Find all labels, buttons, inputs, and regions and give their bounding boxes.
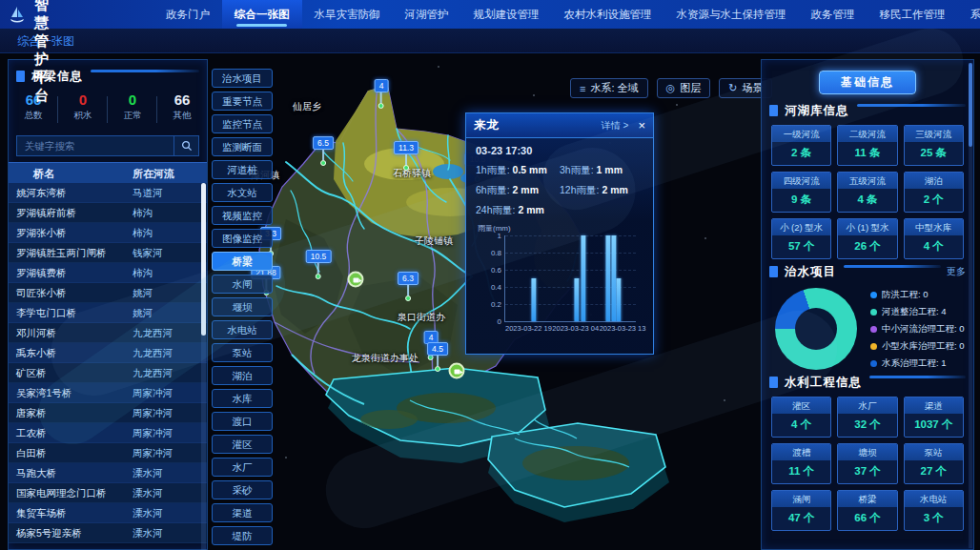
info-card[interactable]: 灌区4 个 bbox=[771, 397, 831, 438]
table-row[interactable]: 司匠张小桥姚河 bbox=[9, 283, 207, 303]
table-row[interactable]: 马跑大桥溧水河 bbox=[9, 463, 207, 483]
bridge-name-cell: 李学屯门口桥 bbox=[9, 303, 121, 322]
info-card[interactable]: 渠道1037 个 bbox=[904, 397, 964, 438]
popup-detail-link[interactable]: 详情 > bbox=[602, 119, 629, 132]
donut-legend: 防洪工程: 0河道整治工程: 4中小河流治理工程: 0小型水库治理工程: 0水系… bbox=[870, 289, 965, 370]
table-row[interactable]: 罗湖张小桥柿沟 bbox=[9, 223, 207, 243]
map-marker[interactable]: 6.5 bbox=[313, 136, 334, 166]
layer-item-5[interactable]: 河道桩 bbox=[212, 160, 273, 179]
legend-label: 小型水库治理工程: 0 bbox=[882, 340, 965, 353]
map-marker[interactable]: 4 bbox=[375, 79, 389, 109]
search-input[interactable]: 关键字搜索 bbox=[17, 136, 174, 155]
bridge-stat-3: 0正常 bbox=[108, 89, 157, 131]
layers-toggle[interactable]: ◎图层 bbox=[657, 78, 711, 98]
layer-item-16[interactable]: 渡口 bbox=[212, 412, 273, 431]
map-marker[interactable]: 6.3 bbox=[398, 272, 419, 301]
nav-item-6[interactable]: 农村水利设施管理 bbox=[552, 0, 664, 29]
layer-item-18[interactable]: 水厂 bbox=[212, 458, 273, 477]
info-card[interactable]: 桥梁66 个 bbox=[837, 490, 897, 531]
layer-item-3[interactable]: 监控节点 bbox=[212, 114, 273, 133]
info-card[interactable]: 水厂32 个 bbox=[837, 397, 897, 438]
info-card[interactable]: 渡槽11 个 bbox=[771, 443, 831, 484]
layer-item-9[interactable]: 桥梁 bbox=[212, 252, 273, 271]
info-card[interactable]: 四级河流9 条 bbox=[771, 172, 831, 213]
layer-item-6[interactable]: 水文站 bbox=[212, 183, 273, 202]
map-marker[interactable]: 10.5 bbox=[306, 250, 332, 279]
info-card[interactable]: 一级河流2 条 bbox=[771, 125, 831, 166]
info-card[interactable]: 中型水库4 个 bbox=[904, 218, 964, 259]
layer-item-11[interactable]: 堰坝 bbox=[212, 297, 273, 316]
layer-item-14[interactable]: 湖泊 bbox=[212, 366, 273, 385]
info-card[interactable]: 二级河流11 条 bbox=[837, 125, 897, 166]
camera-marker-icon[interactable] bbox=[348, 272, 364, 288]
water-system-filter[interactable]: ≡水系: 全域 bbox=[570, 78, 648, 98]
layer-item-7[interactable]: 视频监控 bbox=[212, 206, 273, 225]
table-row[interactable]: 李学屯门口桥姚河 bbox=[9, 303, 207, 323]
info-card[interactable]: 小 (2) 型水57 个 bbox=[771, 218, 831, 259]
table-row[interactable]: 国家电网理念门口桥溧水河 bbox=[9, 483, 207, 503]
nav-item-10[interactable]: 系统管理 bbox=[958, 0, 980, 29]
donut-chart bbox=[775, 288, 857, 370]
layer-item-8[interactable]: 图像监控 bbox=[212, 229, 273, 248]
info-card[interactable]: 三级河流25 条 bbox=[904, 125, 964, 166]
map-marker[interactable]: 11.3 bbox=[394, 141, 419, 171]
table-row[interactable]: 唐家桥周家冲河 bbox=[9, 403, 207, 423]
table-row[interactable]: 邓川河桥九龙西河 bbox=[9, 323, 207, 343]
basic-info-badge[interactable]: 基础信息 bbox=[819, 71, 916, 94]
layer-item-15[interactable]: 水库 bbox=[212, 389, 273, 408]
table-scrollbar[interactable] bbox=[201, 183, 206, 550]
layer-item-1[interactable]: 治水项目 bbox=[212, 69, 273, 88]
close-icon[interactable]: × bbox=[638, 119, 645, 132]
layer-item-13[interactable]: 泵站 bbox=[212, 343, 273, 362]
table-row[interactable]: 集贸车场桥溧水河 bbox=[9, 503, 207, 523]
table-row[interactable]: 罗湖镇费桥柿沟 bbox=[9, 263, 207, 283]
nav-item-8[interactable]: 政务管理 bbox=[799, 0, 868, 29]
info-card[interactable]: 涵闸47 个 bbox=[771, 490, 831, 531]
table-row[interactable]: 姚河东湾桥马道河 bbox=[9, 183, 207, 203]
layer-item-19[interactable]: 采砂 bbox=[212, 480, 273, 499]
nav-item-4[interactable]: 河湖管护 bbox=[393, 0, 461, 29]
table-row[interactable]: 罗湖镇胜玉两门闸桥钱家河 bbox=[9, 243, 207, 263]
info-card[interactable]: 湖泊2 个 bbox=[904, 172, 964, 213]
layer-item-10[interactable]: 水闸 bbox=[212, 275, 273, 294]
water-system-filter-label: 水系: 全域 bbox=[590, 81, 638, 95]
search-button[interactable] bbox=[174, 136, 198, 155]
nav-menu: 政务门户综合一张图水旱灾害防御河湖管护规划建设管理农村水利设施管理水资源与水土保… bbox=[153, 0, 980, 29]
nav-item-2[interactable]: 综合一张图 bbox=[222, 0, 302, 29]
nav-item-7[interactable]: 水资源与水土保持管理 bbox=[664, 0, 799, 29]
section-line bbox=[91, 70, 199, 72]
card-label: 涵闸 bbox=[772, 491, 830, 507]
table-scrollbar-thumb[interactable] bbox=[201, 183, 206, 336]
nav-item-9[interactable]: 移民工作管理 bbox=[868, 0, 958, 29]
map-marker[interactable]: 4.5 bbox=[427, 342, 448, 372]
info-card[interactable]: 五级河流4 条 bbox=[837, 172, 897, 213]
legend-dot-icon bbox=[870, 343, 877, 350]
layer-item-17[interactable]: 灌区 bbox=[212, 435, 273, 454]
table-row[interactable]: 禹东小桥九龙西河 bbox=[9, 343, 207, 363]
info-card[interactable]: 塘坝37 个 bbox=[837, 443, 897, 484]
table-row[interactable]: 罗湖镇府前桥柿沟 bbox=[9, 203, 207, 223]
legend-item: 河道整治工程: 4 bbox=[870, 306, 965, 318]
info-card[interactable]: 小 (1) 型水26 个 bbox=[837, 218, 897, 259]
table-row[interactable]: 吴家湾1号桥周家冲河 bbox=[9, 383, 207, 403]
panel-scrollbar-thumb[interactable] bbox=[969, 63, 972, 147]
camera-marker-icon[interactable] bbox=[449, 363, 465, 379]
layer-item-12[interactable]: 水电站 bbox=[212, 320, 273, 339]
table-row[interactable]: 工农桥周家冲河 bbox=[9, 423, 207, 443]
nav-item-1[interactable]: 政务门户 bbox=[153, 0, 222, 29]
card-value: 37 个 bbox=[838, 460, 896, 483]
nav-item-5[interactable]: 规划建设管理 bbox=[461, 0, 552, 29]
river-name-cell: 周家冲河 bbox=[121, 403, 207, 422]
layer-item-20[interactable]: 渠道 bbox=[212, 503, 273, 522]
panel-scrollbar[interactable] bbox=[969, 63, 972, 548]
layer-item-21[interactable]: 堤防 bbox=[212, 526, 273, 545]
layer-item-4[interactable]: 监测断面 bbox=[212, 137, 273, 156]
table-row[interactable]: 白田桥周家冲河 bbox=[9, 443, 207, 463]
nav-item-3[interactable]: 水旱灾害防御 bbox=[302, 0, 393, 29]
layer-item-2[interactable]: 重要节点 bbox=[212, 92, 273, 111]
more-link[interactable]: 更多 bbox=[947, 265, 966, 278]
info-card[interactable]: 水电站3 个 bbox=[904, 490, 964, 531]
table-row[interactable]: 杨家5号迎亲桥溧水河 bbox=[9, 523, 207, 543]
info-card[interactable]: 泵站27 个 bbox=[904, 443, 964, 484]
table-row[interactable]: 矿区桥九龙西河 bbox=[9, 363, 207, 383]
